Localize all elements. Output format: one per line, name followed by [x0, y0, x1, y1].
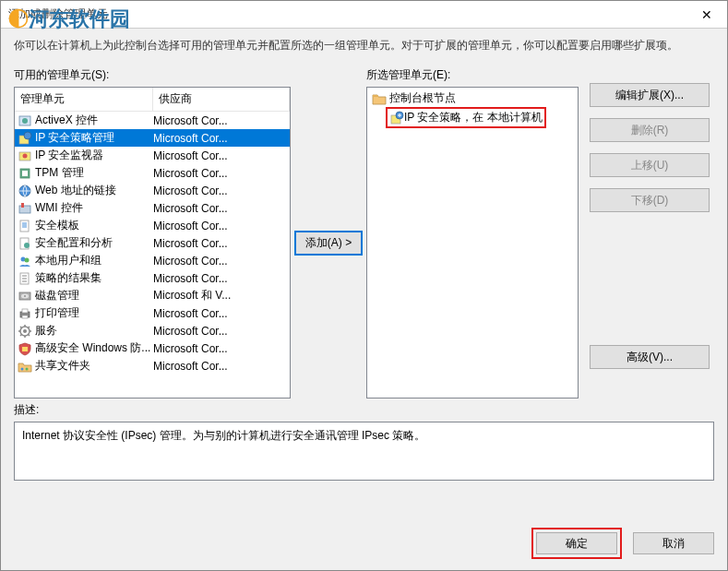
tree-root-label: 控制台根节点 — [389, 90, 456, 106]
firewall-icon — [17, 341, 33, 356]
list-item[interactable]: 安全配置和分析Microsoft Cor... — [15, 234, 290, 252]
item-vendor: Microsoft 和 V... — [153, 288, 288, 303]
ok-button[interactable]: 确定 — [536, 532, 617, 554]
list-item[interactable]: WMI 控件Microsoft Cor... — [15, 199, 290, 217]
item-name: 共享文件夹 — [35, 358, 90, 374]
item-vendor: Microsoft Cor... — [153, 325, 288, 338]
web-link-icon — [17, 184, 33, 198]
add-button[interactable]: 添加(A) > — [294, 231, 363, 256]
item-name: 安全配置和分析 — [35, 235, 113, 251]
svg-point-5 — [23, 153, 28, 158]
ip-monitor-icon — [17, 149, 33, 163]
tpm-icon — [17, 166, 33, 181]
svg-point-13 — [24, 243, 30, 248]
list-item[interactable]: TPM 管理Microsoft Cor... — [15, 164, 290, 182]
item-name: 安全模板 — [35, 218, 79, 233]
print-icon — [17, 306, 33, 321]
list-item[interactable]: 策略的结果集Microsoft Cor... — [15, 269, 290, 287]
list-item[interactable]: IP 安全策略管理Microsoft Cor... — [15, 129, 290, 147]
tree-root-item[interactable]: 控制台根节点 — [369, 89, 576, 107]
service-icon — [17, 324, 33, 339]
list-item[interactable]: 打印管理Microsoft Cor... — [15, 304, 290, 322]
svg-rect-22 — [22, 315, 28, 318]
item-name: WMI 控件 — [35, 200, 83, 216]
available-list[interactable]: 管理单元 供应商 ActiveX 控件Microsoft Cor...IP 安全… — [14, 87, 291, 399]
item-vendor: Microsoft Cor... — [153, 360, 288, 373]
available-list-header: 管理单元 供应商 — [15, 88, 290, 112]
svg-rect-11 — [20, 220, 29, 232]
main-content: 可用的管理单元(S): 管理单元 供应商 ActiveX 控件Microsoft… — [1, 67, 727, 399]
shared-icon — [17, 359, 33, 374]
item-name: 本地用户和组 — [35, 253, 101, 268]
list-item[interactable]: 安全模板Microsoft Cor... — [15, 217, 290, 234]
list-item[interactable]: 本地用户和组Microsoft Cor... — [15, 252, 290, 269]
svg-point-15 — [25, 257, 30, 262]
item-vendor: Microsoft Cor... — [153, 307, 288, 320]
ip-policy-icon — [17, 131, 33, 146]
item-name: 策略的结果集 — [35, 270, 101, 286]
col-vendor[interactable]: 供应商 — [153, 88, 290, 111]
list-item[interactable]: 服务Microsoft Cor... — [15, 322, 290, 339]
item-vendor: Microsoft Cor... — [153, 202, 288, 215]
selected-label: 所选管理单元(E): — [366, 67, 579, 83]
close-button[interactable]: ✕ — [686, 1, 727, 29]
svg-point-26 — [21, 367, 24, 370]
item-vendor: Microsoft Cor... — [153, 272, 288, 285]
list-item[interactable]: 共享文件夹Microsoft Cor... — [15, 357, 290, 375]
svg-rect-9 — [19, 206, 30, 213]
item-name: 服务 — [35, 323, 57, 339]
svg-rect-25 — [22, 347, 28, 351]
dialog-window: 添加或删除管理单元 ✕ ◐河东软件园 你可以在计算机上为此控制台选择可用的管理单… — [0, 0, 728, 571]
description-section: 描述: Internet 协议安全性 (IPsec) 管理。为与别的计算机进行安… — [1, 399, 727, 481]
item-name: ActiveX 控件 — [35, 113, 98, 128]
list-item[interactable]: 高级安全 Windows 防...Microsoft Cor... — [15, 339, 290, 357]
item-name: 高级安全 Windows 防... — [35, 340, 150, 356]
svg-point-24 — [23, 329, 27, 333]
folder-icon — [371, 91, 388, 106]
item-name: 打印管理 — [35, 305, 79, 321]
description-label: 描述: — [14, 402, 714, 418]
footer: 确定 取消 — [531, 528, 714, 559]
item-vendor: Microsoft Cor... — [153, 237, 288, 250]
template-icon — [17, 219, 33, 233]
available-label: 可用的管理单元(S): — [14, 67, 291, 83]
selected-tree[interactable]: 控制台根节点 IP 安全策略，在 本地计算机 — [366, 87, 579, 399]
item-vendor: Microsoft Cor... — [153, 149, 288, 162]
item-name: 磁盘管理 — [35, 288, 79, 303]
disk-icon — [17, 289, 33, 303]
item-name: TPM 管理 — [35, 165, 84, 181]
item-vendor: Microsoft Cor... — [153, 132, 288, 145]
edit-extensions-button[interactable]: 编辑扩展(X)... — [590, 83, 710, 107]
svg-point-27 — [26, 367, 29, 370]
list-item[interactable]: IP 安全监视器Microsoft Cor... — [15, 147, 290, 164]
move-up-button[interactable]: 上移(U) — [590, 153, 710, 177]
tree-child-label[interactable]: IP 安全策略，在 本地计算机 — [404, 110, 543, 125]
tree-child-highlight: IP 安全策略，在 本地计算机 — [386, 107, 546, 128]
advanced-button[interactable]: 高级(V)... — [590, 345, 710, 369]
svg-point-3 — [24, 132, 31, 139]
available-column: 可用的管理单元(S): 管理单元 供应商 ActiveX 控件Microsoft… — [14, 67, 291, 399]
list-item[interactable]: ActiveX 控件Microsoft Cor... — [15, 112, 290, 129]
secconfig-icon — [17, 236, 33, 251]
intro-text: 你可以在计算机上为此控制台选择可用的管理单元并配置所选的一组管理单元。对于可扩展… — [1, 29, 727, 67]
side-buttons: 编辑扩展(X)... 删除(R) 上移(U) 下移(D) 高级(V)... — [579, 67, 714, 399]
selected-column: 所选管理单元(E): 控制台根节点 IP 安全策 — [366, 67, 579, 399]
ip-policy-icon — [389, 111, 404, 125]
list-item[interactable]: Web 地址的链接Microsoft Cor... — [15, 182, 290, 199]
item-vendor: Microsoft Cor... — [153, 342, 288, 355]
rsop-icon — [17, 271, 33, 286]
svg-rect-7 — [22, 171, 28, 176]
item-vendor: Microsoft Cor... — [153, 184, 288, 197]
svg-point-19 — [24, 295, 26, 297]
svg-point-1 — [22, 118, 28, 124]
list-item[interactable]: 磁盘管理Microsoft 和 V... — [15, 287, 290, 304]
remove-button[interactable]: 删除(R) — [590, 118, 710, 142]
item-vendor: Microsoft Cor... — [153, 114, 288, 127]
item-name: IP 安全监视器 — [35, 148, 103, 163]
spacer — [590, 223, 714, 334]
activex-icon — [17, 113, 33, 128]
wmi-icon — [17, 201, 33, 216]
col-snapin[interactable]: 管理单元 — [15, 88, 153, 111]
move-down-button[interactable]: 下移(D) — [590, 188, 710, 212]
cancel-button[interactable]: 取消 — [633, 532, 714, 554]
